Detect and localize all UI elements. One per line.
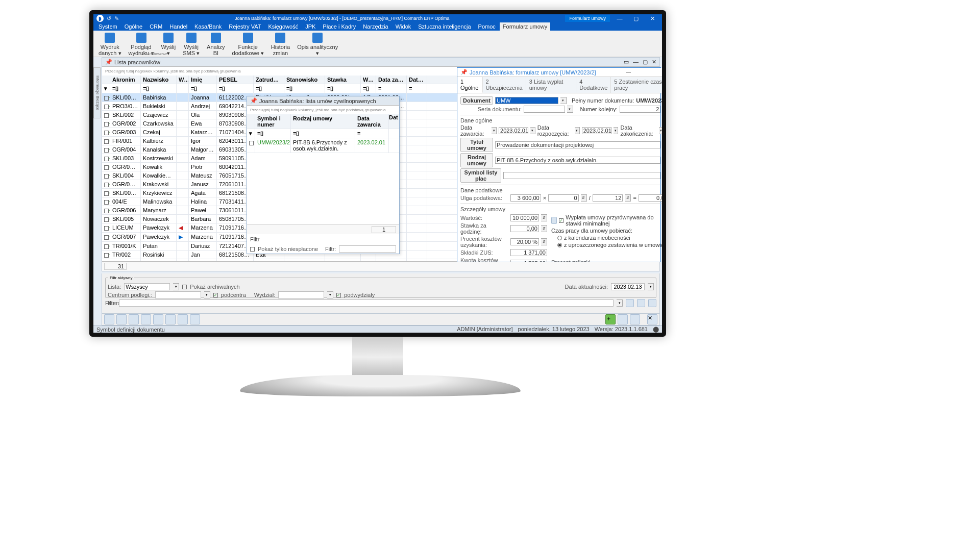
- tool-btn-1[interactable]: [104, 314, 114, 324]
- tytul-button[interactable]: Tytuł umowy: [460, 138, 493, 152]
- zus-input[interactable]: 1 371,00: [510, 249, 547, 256]
- panel-minimize-icon[interactable]: —: [633, 59, 639, 65]
- tool-btn-3[interactable]: [129, 314, 139, 324]
- symlisty-input[interactable]: [503, 172, 660, 179]
- calendar-icon[interactable]: ▾: [614, 127, 619, 134]
- close-icon[interactable]: ✕: [646, 15, 659, 22]
- menu-item[interactable]: JPK: [302, 22, 318, 31]
- spinner-icon[interactable]: ⇵: [541, 238, 547, 245]
- chevron-down-icon[interactable]: ▾: [173, 283, 179, 290]
- column-header[interactable]: Stawka: [325, 76, 361, 84]
- column-header[interactable]: Wiel...: [177, 76, 189, 84]
- rodzaj-input[interactable]: PIT-8B 6.Przychody z osob.wyk.działaln.: [495, 157, 660, 164]
- rodzaj-button[interactable]: Rodzaj umowy: [460, 153, 493, 167]
- sub-column-header[interactable]: Symbol i numer: [255, 114, 291, 129]
- calendar-icon[interactable]: ▾: [530, 127, 535, 134]
- menu-item[interactable]: Formularz umowy: [500, 22, 550, 31]
- chevron-down-icon[interactable]: ▾: [492, 127, 497, 134]
- status-icon[interactable]: ⬤: [653, 326, 659, 333]
- column-header[interactable]: Wymiar: [361, 76, 376, 84]
- menu-item[interactable]: Sztuczna inteligencja: [415, 22, 474, 31]
- panel-close-icon[interactable]: ✕: [652, 59, 656, 65]
- collapse-icon[interactable]: ▴: [663, 118, 666, 123]
- sub-grid-header[interactable]: Symbol i numerRodzaj umowyData zawarciaD…: [247, 114, 399, 129]
- sub-column-header[interactable]: [247, 114, 255, 129]
- menu-item[interactable]: System: [95, 22, 120, 31]
- zakoncz-input[interactable]: [666, 127, 666, 134]
- data-akt-input[interactable]: 2023.02.13: [611, 283, 645, 290]
- chevron-down-icon[interactable]: ▾: [617, 299, 623, 307]
- chevron-down-icon[interactable]: ▾: [575, 127, 580, 134]
- form-close-icon[interactable]: ✕: [660, 69, 666, 75]
- column-header[interactable]: Nazwisko: [141, 76, 177, 84]
- ulga-c-input[interactable]: 12: [593, 194, 623, 202]
- add-button[interactable]: ＋: [605, 314, 616, 324]
- form-tab[interactable]: 3 Lista wypłat umowy: [526, 77, 577, 93]
- ribbon-button[interactable]: Wydrukdanych ▾: [95, 32, 125, 57]
- chevron-down-icon[interactable]: ▾: [663, 141, 666, 148]
- ulga-b-input[interactable]: 0: [548, 194, 579, 202]
- sub-column-header[interactable]: Rodzaj umowy: [291, 114, 355, 129]
- chevron-down-icon[interactable]: ▾: [204, 291, 210, 298]
- archiwalne-checkbox[interactable]: [182, 285, 187, 289]
- filter-input[interactable]: [119, 299, 614, 307]
- minimize-icon[interactable]: —: [613, 15, 626, 21]
- menu-item[interactable]: Narzędzia: [360, 22, 391, 31]
- menu-item[interactable]: Widok: [393, 22, 414, 31]
- ribbon-button[interactable]: AnalizyBI: [204, 32, 228, 57]
- dokument-button[interactable]: Dokument: [460, 96, 493, 105]
- close-button[interactable]: ✕: [647, 314, 657, 324]
- column-header[interactable]: Imię: [189, 76, 217, 84]
- ribbon-button[interactable]: Funkcjedodatkowe ▾: [229, 32, 267, 57]
- chevron-down-icon[interactable]: ▾: [663, 172, 666, 179]
- wartosc-input[interactable]: 10 000,00: [510, 214, 539, 221]
- tool-btn-5[interactable]: [153, 314, 163, 324]
- kolejny-input[interactable]: 2: [620, 106, 661, 113]
- edit-button[interactable]: [618, 314, 628, 324]
- pin-icon[interactable]: 📌: [105, 59, 112, 65]
- spinner-icon[interactable]: ⇵: [663, 106, 666, 113]
- menu-item[interactable]: Ogólne: [121, 22, 145, 31]
- form-minimize-icon[interactable]: —: [624, 69, 633, 75]
- column-header[interactable]: Stanowisko: [284, 76, 325, 84]
- form-tab[interactable]: 5 Zestawienie czasu pracy: [611, 77, 666, 93]
- menu-item[interactable]: Kasa/Bank: [191, 22, 225, 31]
- form-tab[interactable]: 1 Ogólne: [457, 77, 483, 93]
- form-tab[interactable]: 2 Ubezpieczenia: [483, 77, 526, 93]
- sub-column-header[interactable]: Dat: [389, 114, 399, 129]
- kwkoszt-input[interactable]: 1 785,80: [510, 260, 547, 262]
- dokument-input[interactable]: UMW: [495, 97, 558, 104]
- tool-btn-6[interactable]: [165, 314, 176, 324]
- radio-kalendarz[interactable]: [557, 236, 562, 240]
- chevron-down-icon[interactable]: ▾: [567, 106, 573, 113]
- maximize-icon[interactable]: ▢: [629, 15, 643, 22]
- stawka-input[interactable]: 0,00: [510, 225, 539, 232]
- radio-uproszczone[interactable]: [557, 243, 562, 247]
- pin-icon[interactable]: 📌: [250, 97, 257, 104]
- menu-item[interactable]: CRM: [146, 22, 165, 31]
- podcentra-checkbox[interactable]: ✓: [213, 293, 218, 297]
- sub-grid-filter-row[interactable]: ▾=▯=▯=: [247, 129, 399, 138]
- ribbon-button[interactable]: Historiazmian: [268, 32, 293, 57]
- column-header[interactable]: Akronim: [110, 76, 141, 84]
- menu-item[interactable]: Rejestry VAT: [226, 22, 264, 31]
- ribbon-button[interactable]: WyślijSMS ▾: [180, 32, 203, 57]
- spinner-icon[interactable]: ⇵: [625, 194, 631, 202]
- podwydzialy-checkbox[interactable]: ✓: [336, 293, 341, 297]
- qat-icon[interactable]: ↺: [107, 15, 111, 22]
- filter-clear-icon[interactable]: [637, 299, 645, 307]
- menu-item[interactable]: Płace i Kadry: [320, 22, 359, 31]
- pin-icon[interactable]: 📌: [460, 69, 468, 76]
- chevron-down-icon[interactable]: ▾: [327, 291, 333, 298]
- column-header[interactable]: Zatrudnienie: [254, 76, 284, 84]
- delete-button[interactable]: [630, 314, 640, 324]
- ulga-a-input[interactable]: 3 600,00: [510, 194, 541, 202]
- context-tab[interactable]: Formularz umowy: [565, 15, 610, 22]
- calc-icon[interactable]: [551, 217, 557, 224]
- tytul-input[interactable]: Prowadzenie dokumentacji projektowej: [495, 141, 660, 148]
- sub-column-header[interactable]: Data zawarcia: [355, 114, 389, 129]
- chevron-down-icon[interactable]: ▾: [648, 283, 654, 290]
- spinner-icon[interactable]: ⇵: [541, 214, 547, 221]
- zawarcia-input[interactable]: 2023.02.01: [499, 127, 528, 134]
- filter-builder-icon[interactable]: [648, 299, 656, 307]
